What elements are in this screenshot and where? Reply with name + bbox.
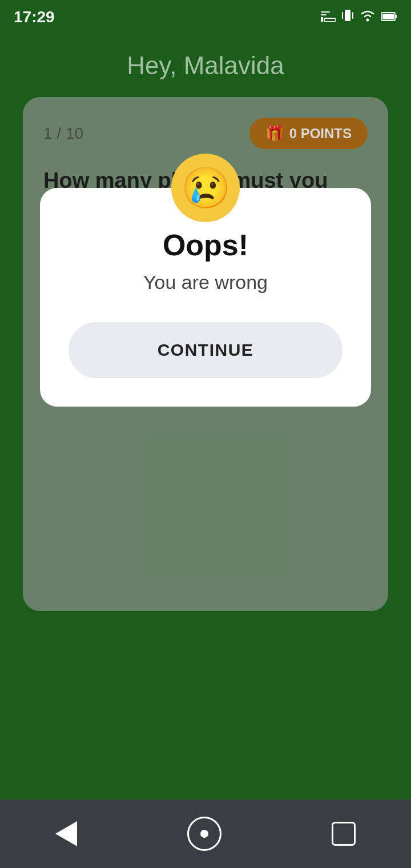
svg-rect-1 [321,14,327,15]
svg-rect-9 [395,15,397,18]
header: Hey, Malavida [0,34,411,91]
svg-rect-3 [324,18,336,22]
cast-icon [321,9,336,25]
battery-icon [381,10,397,25]
status-time: 17:29 [14,8,55,26]
status-icons [321,8,397,26]
svg-rect-5 [342,12,343,19]
modal-title: Oops! [68,228,342,262]
modal-overlay: 😢 Oops! You are wrong CONTINUE [23,97,388,611]
wifi-icon [360,9,376,25]
home-dot-icon [200,830,208,838]
nav-back-button[interactable] [55,821,77,846]
recent-apps-icon [332,822,356,846]
nav-recent-button[interactable] [332,822,356,846]
svg-point-7 [366,19,369,22]
quiz-card: 1 / 10 🎁 0 POINTS How many places must y… [23,97,388,611]
continue-button[interactable]: CONTINUE [68,322,342,378]
modal-subtitle: You are wrong [68,271,342,294]
back-arrow-icon [55,821,77,846]
page-title: Hey, Malavida [0,51,411,80]
vibrate-icon [341,8,354,26]
svg-rect-2 [321,11,330,13]
sad-emoji: 😢 [171,154,240,222]
home-circle-icon [187,817,221,851]
svg-rect-4 [345,10,350,21]
error-modal: 😢 Oops! You are wrong CONTINUE [40,188,371,407]
nav-home-button[interactable] [187,817,221,851]
svg-rect-6 [352,12,353,19]
svg-rect-10 [382,14,394,19]
nav-bar [0,799,411,868]
status-bar: 17:29 [0,0,411,34]
svg-rect-0 [321,17,323,22]
